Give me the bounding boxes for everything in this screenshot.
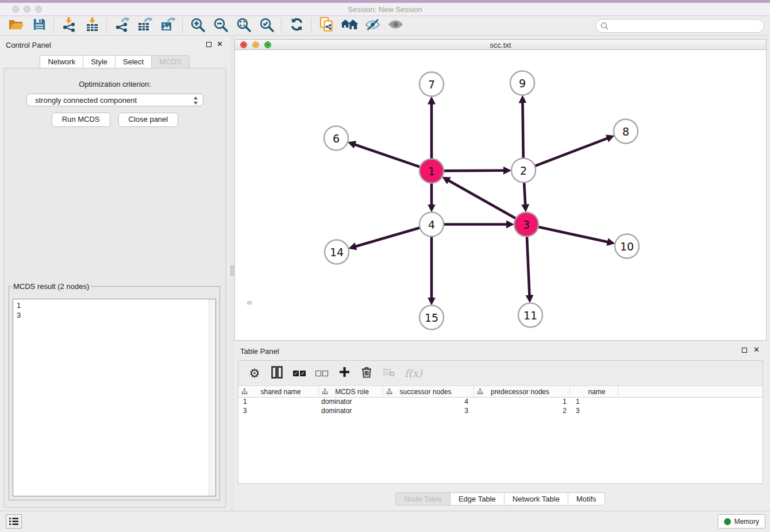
tab-network[interactable]: Network xyxy=(40,55,83,68)
search-icon xyxy=(600,22,609,30)
run-mcds-button[interactable]: Run MCDS xyxy=(52,113,110,127)
tab-select[interactable]: Select xyxy=(115,55,152,68)
export-network-icon xyxy=(114,17,130,34)
column-header-successor-nodes[interactable]: successor nodes xyxy=(383,386,474,397)
delete-columns-button[interactable] xyxy=(360,365,374,381)
edge-2-3[interactable] xyxy=(524,180,525,205)
memory-button[interactable]: Memory xyxy=(718,514,765,529)
table-cell-filler xyxy=(618,397,763,406)
tree-icon xyxy=(322,388,328,395)
node-11[interactable]: 11 xyxy=(518,303,542,327)
node-14[interactable]: 14 xyxy=(325,240,349,264)
column-header-shared-name[interactable]: shared name xyxy=(238,386,319,397)
splitter-grip[interactable] xyxy=(230,265,234,276)
network-graph[interactable]: 7968124314101511 xyxy=(235,50,766,340)
table-row[interactable]: 1dominator411 xyxy=(238,397,763,406)
open-session-button[interactable] xyxy=(5,17,28,34)
table-panel: Table Panel ✕ ⚙ ✓✓ xyxy=(234,342,767,510)
zoom-selected-button[interactable] xyxy=(255,17,278,34)
zoom-in-button[interactable] xyxy=(186,17,209,34)
select-all-columns-button[interactable]: ✓✓ xyxy=(292,365,306,381)
task-history-button[interactable] xyxy=(6,514,22,529)
node-6[interactable]: 6 xyxy=(324,126,348,151)
float-panel-icon[interactable] xyxy=(742,348,747,353)
import-table-button[interactable] xyxy=(80,17,103,34)
function-builder-button[interactable]: f(x) xyxy=(405,365,422,381)
node-2[interactable]: 2 xyxy=(511,159,536,183)
edge-3-10[interactable] xyxy=(537,226,608,242)
node-1[interactable]: 1 xyxy=(419,159,444,183)
status-bar: Memory xyxy=(0,511,770,532)
node-9[interactable]: 9 xyxy=(510,71,534,95)
show-view-button[interactable] xyxy=(384,17,407,34)
svg-text:3: 3 xyxy=(523,218,530,231)
tab-motifs[interactable]: Motifs xyxy=(568,492,605,506)
show-columns-button[interactable] xyxy=(270,365,284,381)
tab-network-table[interactable]: Network Table xyxy=(504,492,568,506)
zoom-out-button[interactable] xyxy=(209,17,232,34)
search-input[interactable] xyxy=(611,20,759,32)
network-window-titlebar[interactable]: ✕ − + scc.txt xyxy=(234,39,767,50)
result-scrollbar[interactable] xyxy=(209,299,215,496)
tree-icon xyxy=(477,388,483,395)
edge-1-2[interactable] xyxy=(442,171,504,171)
edge-4-14[interactable] xyxy=(356,228,422,246)
tab-mcds[interactable]: MCDS xyxy=(151,55,189,68)
optimization-criterion-select[interactable]: strongly connected component xyxy=(26,94,203,106)
import-table-icon xyxy=(84,17,100,34)
network-canvas[interactable]: 7968124314101511 xyxy=(234,50,767,341)
unselect-all-columns-button[interactable] xyxy=(315,365,329,381)
search-box[interactable] xyxy=(595,19,764,33)
export-network-button[interactable] xyxy=(110,17,133,34)
table-row[interactable]: 3dominator323 xyxy=(238,406,763,415)
node-4[interactable]: 4 xyxy=(419,213,444,237)
table-cell: 2 xyxy=(474,406,570,415)
close-panel-icon[interactable]: ✕ xyxy=(217,40,223,49)
edge-2-8[interactable] xyxy=(533,138,607,167)
edge-3-11[interactable] xyxy=(527,234,530,295)
tab-edge-table[interactable]: Edge Table xyxy=(450,492,505,506)
mcds-result-textarea[interactable]: 1 3 xyxy=(13,299,216,496)
export-image-button[interactable] xyxy=(156,17,179,34)
import-network-button[interactable] xyxy=(57,17,80,34)
column-header-name[interactable]: name xyxy=(570,386,618,397)
column-header-predecessor-nodes[interactable]: predecessor nodes xyxy=(474,386,570,397)
selected-option-label: strongly connected component xyxy=(35,96,137,105)
close-panel-button[interactable]: Close panel xyxy=(118,113,179,127)
svg-text:14: 14 xyxy=(330,246,344,259)
list-icon xyxy=(9,517,19,526)
export-table-button[interactable] xyxy=(133,17,156,34)
add-column-button[interactable] xyxy=(337,365,351,381)
delete-table-button[interactable] xyxy=(382,365,396,381)
horizontal-splitter-grip[interactable] xyxy=(247,301,252,304)
refresh-icon xyxy=(290,17,304,34)
column-header-mcds-role[interactable]: MCDS role xyxy=(319,386,383,397)
float-panel-icon[interactable] xyxy=(206,42,211,47)
edge-1-6[interactable] xyxy=(355,145,422,168)
clone-network-button[interactable] xyxy=(315,17,338,34)
node-7[interactable]: 7 xyxy=(419,72,444,97)
edge-2-9[interactable] xyxy=(522,102,523,160)
home-button[interactable] xyxy=(338,17,361,34)
save-session-button[interactable] xyxy=(28,17,51,34)
node-10[interactable]: 10 xyxy=(615,234,639,259)
memory-label: Memory xyxy=(734,518,759,526)
node-3[interactable]: 3 xyxy=(514,213,538,237)
table-cell: dominator xyxy=(319,406,383,415)
node-8[interactable]: 8 xyxy=(614,119,638,144)
main-titlebar[interactable]: Session: New Session xyxy=(0,3,770,16)
vertical-splitter[interactable] xyxy=(230,36,234,511)
svg-text:8: 8 xyxy=(622,125,629,138)
table-panel-header: Table Panel ✕ xyxy=(234,342,767,361)
tab-style[interactable]: Style xyxy=(83,55,116,68)
close-panel-icon[interactable]: ✕ xyxy=(753,345,760,354)
export-image-icon xyxy=(160,17,176,34)
svg-text:4: 4 xyxy=(428,218,435,231)
refresh-layout-button[interactable] xyxy=(285,17,308,34)
hide-view-button[interactable] xyxy=(361,17,384,34)
node-15[interactable]: 15 xyxy=(419,306,444,330)
table-options-button[interactable]: ⚙ xyxy=(248,365,261,381)
zoom-fit-button[interactable] xyxy=(232,17,255,34)
tab-node-table[interactable]: Node Table xyxy=(395,492,451,506)
edge-3-1[interactable] xyxy=(449,180,518,219)
